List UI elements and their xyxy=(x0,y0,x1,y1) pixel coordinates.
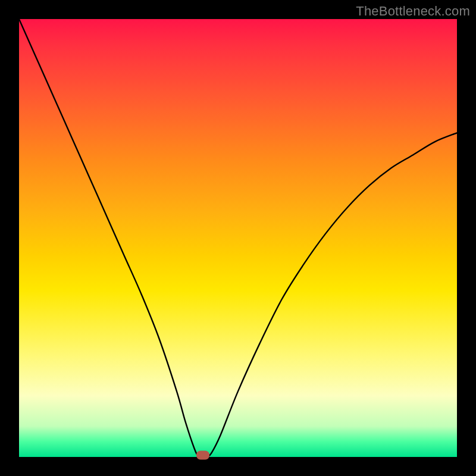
optimal-marker xyxy=(196,451,209,460)
chart-frame: TheBottleneck.com xyxy=(0,0,476,476)
attribution-text: TheBottleneck.com xyxy=(356,4,470,19)
bottleneck-curve xyxy=(19,19,457,457)
plot-area xyxy=(19,19,457,457)
